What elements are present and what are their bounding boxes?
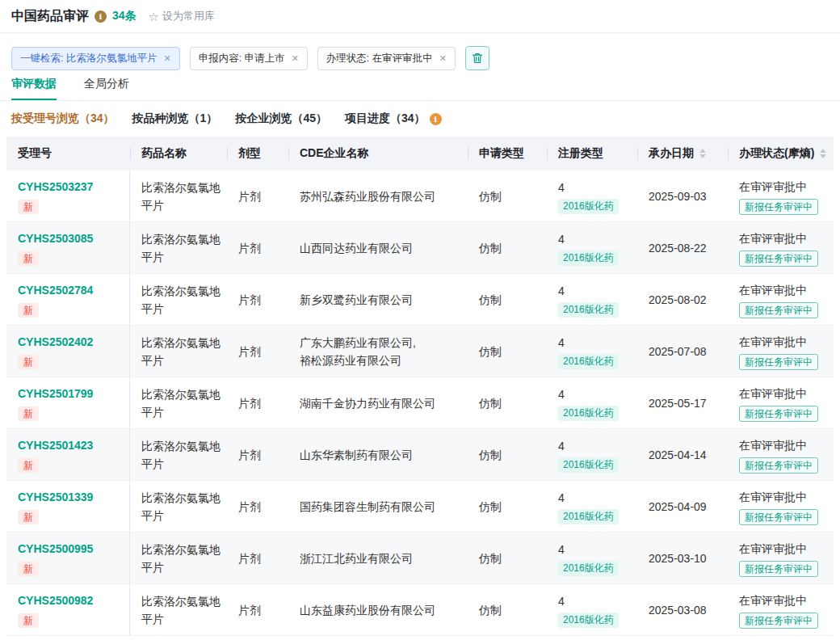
info-icon[interactable]: i: [94, 11, 107, 23]
application-type: 仿制: [479, 291, 502, 309]
acceptance-no-link[interactable]: CYHS2501423: [18, 436, 93, 454]
dosage-form: 片剂: [238, 187, 261, 205]
table-row[interactable]: CYHS2501423 新 比索洛尔氨氯地平片 片剂 山东华素制药有限公司 仿制…: [6, 429, 834, 481]
company-name: 山东益康药业股份有限公司: [300, 601, 435, 619]
cell-date: 2025-08-02: [637, 274, 728, 325]
cell-application-type: 仿制: [468, 377, 547, 428]
clear-filters-button[interactable]: [465, 46, 489, 70]
cell-application-type: 仿制: [468, 533, 547, 583]
tab-review-data[interactable]: 审评数据: [11, 77, 57, 100]
cell-acceptance-no: CYHS2502402 新: [6, 326, 130, 377]
cell-drug-name: 比索洛尔氨氯地平片: [130, 222, 227, 273]
subnav-by-variety[interactable]: 按品种浏览（1）: [132, 112, 218, 126]
col-company: CDE企业名称: [288, 137, 468, 171]
cell-drug-name: 比索洛尔氨氯地平片: [130, 481, 227, 532]
filter-bar: 一键检索: 比索洛尔氨氯地平片 ✕ 申报内容: 申请上市 ✕ 办理状态: 在审评…: [11, 46, 829, 70]
new-badge: 新: [18, 458, 39, 473]
drug-name: 比索洛尔氨氯地平片: [141, 179, 220, 214]
col-registration-type: 注册类型: [547, 137, 637, 171]
registration-badge: 2016版化药: [558, 406, 619, 421]
cell-dosage-form: 片剂: [227, 377, 288, 428]
cell-date: 2025-09-03: [637, 171, 728, 221]
cell-dosage-form: 片剂: [227, 222, 288, 273]
table-body: CYHS2503237 新 比索洛尔氨氯地平片 片剂 苏州弘森药业股份有限公司 …: [6, 171, 834, 636]
close-icon[interactable]: ✕: [439, 54, 447, 63]
table-row[interactable]: CYHS2501339 新 比索洛尔氨氯地平片 片剂 国药集团容生制药有限公司 …: [6, 481, 834, 533]
company-name: 苏州弘森药业股份有限公司: [300, 187, 435, 205]
sort-date-icon[interactable]: [699, 149, 706, 158]
status-badge: 新报任务审评中: [739, 302, 818, 318]
filter-tag-keyword[interactable]: 一键检索: 比索洛尔氨氯地平片 ✕: [11, 47, 180, 70]
cell-application-type: 仿制: [468, 584, 547, 635]
cell-acceptance-no: CYHS2502784 新: [6, 274, 130, 325]
acceptance-no-link[interactable]: CYHS2501339: [18, 488, 93, 506]
subnav-project-progress[interactable]: 项目进度（34） i: [345, 112, 442, 126]
registration-badge: 2016版化药: [558, 354, 619, 369]
new-badge: 新: [18, 510, 39, 524]
table-row[interactable]: CYHS2500995 新 比索洛尔氨氯地平片 片剂 浙江江北药业有限公司 仿制…: [6, 533, 834, 584]
star-icon: ☆: [149, 11, 159, 23]
cell-status: 在审评审批中 新报任务审评中: [728, 222, 834, 273]
application-type: 仿制: [479, 549, 502, 567]
date-value: 2025-03-08: [649, 601, 707, 619]
new-badge: 新: [18, 200, 39, 214]
registration-type: 4: [558, 541, 565, 558]
table-row[interactable]: CYHS2503237 新 比索洛尔氨氯地平片 片剂 苏州弘森药业股份有限公司 …: [6, 171, 834, 222]
acceptance-no-link[interactable]: CYHS2501799: [18, 385, 93, 402]
info-icon[interactable]: i: [430, 113, 442, 125]
company-name: 湖南千金协力药业有限公司: [300, 394, 435, 412]
trash-icon: [472, 53, 483, 64]
table-row[interactable]: CYHS2500982 新 比索洛尔氨氯地平片 片剂 山东益康药业股份有限公司 …: [6, 584, 834, 636]
cell-dosage-form: 片剂: [227, 326, 288, 377]
company-name: 国药集团容生制药有限公司: [300, 498, 435, 516]
acceptance-no-link[interactable]: CYHS2502784: [18, 281, 93, 299]
dosage-form: 片剂: [238, 343, 261, 360]
cell-application-type: 仿制: [468, 171, 547, 221]
cell-company: 国药集团容生制药有限公司: [288, 481, 468, 532]
table-row[interactable]: CYHS2502784 新 比索洛尔氨氯地平片 片剂 新乡双鹭药业有限公司 仿制…: [6, 274, 834, 326]
drug-name: 比索洛尔氨氯地平片: [141, 541, 220, 576]
registration-type: 4: [558, 334, 565, 352]
filter-tag-application-content[interactable]: 申报内容: 申请上市 ✕: [190, 47, 308, 70]
new-badge: 新: [18, 613, 39, 628]
drug-name: 比索洛尔氨氯地平片: [141, 334, 220, 369]
application-type: 仿制: [479, 394, 502, 412]
cell-dosage-form: 片剂: [227, 481, 288, 532]
col-drug-name: 药品名称: [130, 137, 227, 171]
cell-status: 在审评审批中 新报任务审评中: [728, 533, 834, 583]
status-text: 在审评审批中: [739, 385, 807, 402]
registration-type: 4: [558, 489, 565, 507]
table-row[interactable]: CYHS2502402 新 比索洛尔氨氯地平片 片剂 广东大鹏药业有限公司, 裕…: [6, 326, 834, 377]
cell-acceptance-no: CYHS2500995 新: [6, 533, 130, 583]
acceptance-no-link[interactable]: CYHS2502402: [18, 333, 93, 351]
registration-type: 4: [558, 230, 565, 248]
header-divider: [0, 32, 840, 33]
status-badge: 新报任务审评中: [739, 354, 818, 370]
cell-company: 山东华素制药有限公司: [288, 429, 468, 480]
tab-global-analysis[interactable]: 全局分析: [84, 77, 129, 100]
cell-company: 湖南千金协力药业有限公司: [288, 377, 468, 428]
close-icon[interactable]: ✕: [163, 54, 170, 63]
company-name: 浙江江北药业有限公司: [300, 549, 413, 567]
subnav-by-company[interactable]: 按企业浏览（45）: [235, 112, 327, 126]
favorite-toggle[interactable]: ☆ 设为常用库: [149, 9, 215, 23]
dosage-form: 片剂: [238, 446, 261, 464]
table-row[interactable]: CYHS2501799 新 比索洛尔氨氯地平片 片剂 湖南千金协力药业有限公司 …: [6, 377, 834, 429]
drug-name: 比索洛尔氨氯地平片: [141, 385, 220, 421]
acceptance-no-link[interactable]: CYHS2500995: [18, 540, 93, 558]
filter-tag-status[interactable]: 办理状态: 在审评审批中 ✕: [317, 47, 456, 70]
subnav-label: 按企业浏览（45）: [235, 112, 327, 126]
acceptance-no-link[interactable]: CYHS2503237: [18, 178, 93, 196]
browse-subnav: 按受理号浏览（34） 按品种浏览（1） 按企业浏览（45） 项目进度（34） i: [0, 101, 840, 137]
cell-drug-name: 比索洛尔氨氯地平片: [130, 326, 227, 377]
cell-company: 山东益康药业股份有限公司: [288, 584, 468, 635]
application-type: 仿制: [479, 239, 502, 257]
subnav-by-acceptance-no[interactable]: 按受理号浏览（34）: [11, 112, 115, 126]
acceptance-no-link[interactable]: CYHS2503085: [18, 229, 93, 247]
acceptance-no-link[interactable]: CYHS2500982: [18, 592, 93, 609]
sort-status-icon[interactable]: [820, 149, 826, 158]
cell-application-type: 仿制: [468, 481, 547, 532]
close-icon[interactable]: ✕: [292, 54, 299, 63]
table-row[interactable]: CYHS2503085 新 比索洛尔氨氯地平片 片剂 山西同达药业有限公司 仿制…: [6, 222, 834, 274]
status-badge: 新报任务审评中: [739, 199, 818, 215]
